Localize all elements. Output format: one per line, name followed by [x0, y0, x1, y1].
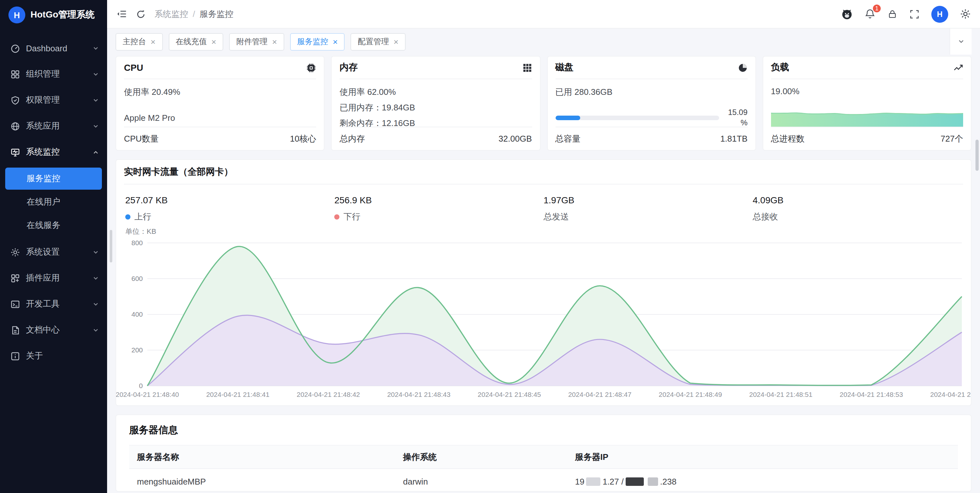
chevron-down-icon: [92, 70, 99, 78]
network-chart: 02004006008002024-04-21 21:48:402024-04-…: [116, 236, 971, 403]
sidebar-item-dashboard[interactable]: Dashboard: [0, 35, 107, 61]
col-server-name: 服务器名称: [129, 445, 395, 469]
server-table-header-row: 服务器名称 操作系统 服务器IP: [129, 445, 958, 469]
notification-bell-icon[interactable]: 1: [864, 8, 875, 19]
chevron-down-icon: [92, 45, 99, 52]
memory-usage-text: 使用率 62.00%: [340, 86, 532, 98]
load-footer-label: 总进程数: [771, 133, 805, 145]
network-traffic-panel: 实时网卡流量（全部网卡） 257.07 KB 上行 256.9 KB 下行 1.…: [116, 159, 972, 406]
memory-grid-icon[interactable]: [522, 63, 532, 72]
sidebar-subitem-online-services[interactable]: 在线服务: [5, 214, 102, 236]
stat-upstream-value: 257.07 KB: [125, 195, 334, 205]
disk-percent-text: 15.09 %: [724, 107, 748, 127]
sidebar-item-label: 开发工具: [26, 298, 86, 310]
stat-upstream-label: 上行: [134, 211, 151, 223]
info-icon: [10, 351, 20, 361]
sidebar-subitem-online-users[interactable]: 在线用户: [5, 191, 102, 213]
github-icon[interactable]: [841, 8, 853, 20]
svg-text:2024-04-21 21:48:47: 2024-04-21 21:48:47: [568, 391, 632, 398]
lock-screen-icon[interactable]: [887, 9, 897, 19]
tab-close-icon[interactable]: ×: [151, 37, 156, 46]
tab-config-manage[interactable]: 配置管理 ×: [351, 33, 406, 50]
tab-close-icon[interactable]: ×: [333, 37, 338, 46]
collapse-sidebar-icon[interactable]: [116, 8, 127, 19]
content-scrollbar-thumb[interactable]: [110, 230, 112, 262]
tab-close-icon[interactable]: ×: [272, 37, 277, 46]
cpu-chip-icon[interactable]: [307, 63, 317, 72]
sidebar-item-system-settings[interactable]: 系统设置: [0, 239, 107, 265]
sidebar-item-system-monitor[interactable]: 系统监控: [0, 139, 107, 165]
trend-line-icon[interactable]: [953, 63, 963, 72]
chevron-up-icon: [92, 148, 99, 156]
upstream-dot: [125, 214, 130, 220]
memory-footer-value: 32.00GB: [498, 134, 532, 144]
header-actions: 1 H: [841, 6, 971, 22]
dashboard-icon: [10, 43, 20, 53]
tab-label: 在线充值: [175, 36, 207, 47]
col-server-ip: 服务器IP: [567, 445, 958, 469]
refresh-icon[interactable]: [136, 9, 146, 19]
ip-redaction-box: [648, 477, 658, 486]
chevron-down-icon: [92, 274, 99, 282]
disk-pie-icon[interactable]: [738, 63, 748, 72]
globe-icon: [10, 121, 20, 131]
stat-total-received-value: 4.09GB: [753, 195, 962, 205]
chevron-down-icon: [92, 123, 99, 129]
svg-text:0: 0: [139, 382, 143, 389]
cell-os: darwin: [395, 469, 567, 492]
svg-text:2024-04-21 21:48:40: 2024-04-21 21:48:40: [116, 391, 179, 398]
page-scrollbar-thumb[interactable]: [975, 140, 979, 171]
stat-downstream-value: 256.9 KB: [334, 195, 544, 205]
sidebar-item-docs[interactable]: 文档中心: [0, 317, 107, 343]
terminal-icon: [10, 299, 20, 309]
stat-upstream: 257.07 KB 上行: [125, 195, 334, 223]
chevron-down-icon: [92, 96, 99, 104]
svg-text:2024-04-21 21:48:55: 2024-04-21 21:48:55: [930, 391, 971, 398]
sidebar-item-permissions[interactable]: 权限管理: [0, 87, 107, 113]
sidebar-subitem-label: 在线服务: [27, 220, 60, 231]
stat-total-received: 4.09GB 总接收: [753, 195, 962, 223]
tab-attachment-manage[interactable]: 附件管理 ×: [229, 33, 284, 50]
sidebar-item-system-apps[interactable]: 系统应用: [0, 113, 107, 139]
disk-card: 磁盘 已用 280.36GB 15.09 %: [547, 56, 756, 151]
tab-close-icon[interactable]: ×: [394, 37, 398, 46]
svg-text:600: 600: [131, 275, 143, 282]
app-logo[interactable]: H HotGo管理系统: [0, 0, 107, 30]
sidebar-item-about[interactable]: 关于: [0, 343, 107, 369]
ip-redaction-box: [586, 477, 601, 486]
svg-text:200: 200: [131, 346, 143, 354]
sidebar-submenu-monitor: 服务监控 在线用户 在线服务: [0, 165, 107, 239]
load-footer-value: 727个: [941, 133, 963, 145]
sidebar-item-label: 系统设置: [26, 246, 86, 258]
settings-gear-icon[interactable]: [960, 8, 971, 19]
breadcrumb-parent[interactable]: 系统监控: [154, 8, 188, 20]
shield-icon: [10, 95, 20, 105]
chevron-down-icon: [92, 326, 99, 333]
user-avatar[interactable]: H: [931, 6, 948, 22]
stat-total-received-label: 总接收: [753, 211, 778, 223]
tab-dashboard-console[interactable]: 主控台 ×: [116, 33, 162, 50]
tab-list-dropdown[interactable]: [950, 29, 972, 54]
breadcrumb-current[interactable]: 服务监控: [200, 8, 233, 20]
svg-text:2024-04-21 21:48:49: 2024-04-21 21:48:49: [659, 391, 722, 398]
disk-footer-label: 总容量: [555, 133, 581, 145]
stat-total-sent-value: 1.97GB: [544, 195, 753, 205]
fullscreen-icon[interactable]: [909, 9, 920, 19]
server-info-panel: 服务器信息 服务器名称 操作系统 服务器IP mengshuaideMBP da…: [116, 415, 972, 492]
svg-text:2024-04-21 21:48:41: 2024-04-21 21:48:41: [206, 391, 269, 398]
tab-online-recharge[interactable]: 在线充值 ×: [169, 33, 223, 50]
cpu-footer-label: CPU数量: [124, 133, 159, 145]
server-table-row: mengshuaideMBP darwin 191.27 /.238: [129, 469, 958, 492]
sidebar-item-dev-tools[interactable]: 开发工具: [0, 291, 107, 317]
disk-used-text: 已用 280.36GB: [555, 86, 748, 98]
tab-close-icon[interactable]: ×: [211, 37, 216, 46]
breadcrumb-separator: /: [193, 9, 195, 19]
sidebar-item-plugins[interactable]: 插件应用: [0, 265, 107, 291]
stat-downstream: 256.9 KB 下行: [334, 195, 544, 223]
svg-text:2024-04-21 21:48:45: 2024-04-21 21:48:45: [478, 391, 541, 398]
sidebar-subitem-service-monitor[interactable]: 服务监控: [5, 168, 102, 190]
tab-service-monitor[interactable]: 服务监控 ×: [290, 33, 345, 50]
top-header: 系统监控 / 服务监控 1 H: [107, 0, 980, 29]
cell-server-ip: 191.27 /.238: [567, 469, 958, 492]
sidebar-item-organization[interactable]: 组织管理: [0, 61, 107, 87]
